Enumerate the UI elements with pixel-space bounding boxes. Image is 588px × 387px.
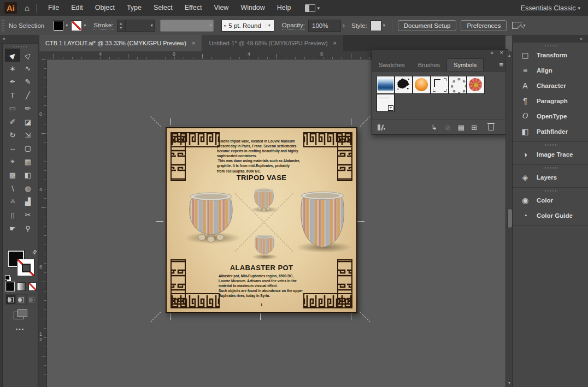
default-fill-stroke-icon[interactable] [5, 275, 11, 282]
opacity-label[interactable]: Opacity: [282, 22, 305, 29]
preferences-button[interactable]: Preferences [461, 20, 507, 31]
pen-tool[interactable]: ✒ [5, 75, 20, 88]
artboard-tool[interactable]: ▯ [5, 209, 20, 222]
blend-tool[interactable]: ◍ [20, 182, 36, 195]
menu-type[interactable]: Type [121, 0, 148, 16]
rotate-tool[interactable]: ↻ [5, 128, 20, 141]
hand-tool[interactable]: ☛ [5, 222, 20, 235]
menu-effect[interactable]: Effect [179, 0, 208, 16]
stroke-indicator[interactable] [17, 259, 34, 276]
app-logo[interactable]: Ai [4, 2, 17, 14]
symbol-corner-registration-marks[interactable] [431, 76, 449, 94]
tab-swatches[interactable]: Swatches [372, 59, 411, 71]
draw-behind-button[interactable] [16, 294, 26, 305]
close-panel-icon[interactable]: × [500, 49, 503, 56]
stroke-weight-select[interactable]: ▾ [125, 20, 155, 32]
delete-symbol-icon[interactable] [488, 124, 494, 130]
perspective-grid-tool[interactable]: ▦ [20, 155, 36, 168]
document-tab-inactive[interactable]: Untitled-1* @ 49.68% (CMYK/GPU Preview) … [202, 35, 343, 51]
stepper-up-icon[interactable]: ▴ [120, 21, 122, 26]
panel-button-paragraph[interactable]: ¶ Paragraph [513, 93, 588, 109]
width-tool[interactable]: ↔ [5, 142, 20, 155]
panel-button-character[interactable]: A Character [513, 78, 588, 93]
fill-chevron-icon[interactable]: ▾ [66, 23, 68, 28]
panel-button-transform[interactable]: ▢ Transform [513, 47, 588, 63]
vertical-ruler[interactable]: 0 4 8 12 [39, 59, 47, 387]
menu-select[interactable]: Select [148, 0, 179, 16]
free-transform-tool[interactable]: ▢ [20, 142, 36, 155]
symbol-ink-splatter[interactable] [395, 76, 413, 94]
panel-button-color-guide[interactable]: ◔ Color Guide [513, 208, 588, 223]
collapse-dock-icon[interactable]: « [580, 36, 583, 41]
eyedropper-tool[interactable]: ∖ [5, 182, 20, 195]
stroke-weight-chevron-icon[interactable]: ▾ [151, 23, 153, 28]
tripod-vase-large-image[interactable] [183, 189, 239, 243]
collapse-panel-icon[interactable]: « [490, 50, 493, 56]
symbol-sprayer-tool[interactable]: ⁂ [5, 195, 20, 208]
slice-tool[interactable]: ✂ [20, 209, 36, 222]
panel-button-image-trace[interactable]: ◑ Image Trace [513, 147, 588, 162]
panel-menu-icon[interactable]: ≡ [499, 61, 503, 69]
stroke-weight-label[interactable]: Stroke: [93, 22, 113, 29]
width-profile-select[interactable]: ● 5 pt. Round ▾ [221, 20, 274, 32]
swap-fill-stroke-icon[interactable]: ⇄ [31, 248, 38, 256]
panel-button-opentype[interactable]: O OpenType [513, 109, 588, 124]
lasso-tool[interactable]: ∿ [20, 62, 36, 75]
arrange-documents-icon[interactable] [305, 4, 315, 12]
puppet-warp-tool[interactable]: ⌖ [5, 155, 20, 168]
collapse-tools-icon[interactable]: « [3, 36, 5, 41]
gradient-button[interactable] [17, 282, 25, 291]
document-tab-active[interactable]: CTB 1 LAYOUT.ai* @ 33.33% (CMYK/GPU Prev… [39, 35, 202, 51]
menu-view[interactable]: View [208, 0, 235, 16]
zoom-tool[interactable]: ⚲ [20, 222, 36, 235]
align-artboard-icon[interactable] [512, 22, 521, 29]
symbol-red-flower[interactable] [467, 76, 485, 94]
color-button[interactable] [6, 282, 14, 291]
menu-window[interactable]: Window [234, 0, 271, 16]
alabaster-pot-large-image[interactable] [294, 189, 351, 252]
stroke-color-swatch[interactable] [71, 20, 82, 31]
fill-color-swatch[interactable] [53, 20, 64, 31]
none-button[interactable] [28, 282, 37, 291]
menu-help[interactable]: Help [271, 0, 297, 16]
menu-edit[interactable]: Edit [65, 0, 89, 16]
panel-button-pathfinder[interactable]: ◧ Pathfinder [513, 124, 588, 139]
stroke-chevron-icon[interactable]: ▾ [84, 23, 86, 28]
panel-button-color[interactable]: ◉ Color [513, 193, 588, 208]
screen-mode-button[interactable] [14, 309, 27, 319]
symbol-blue-gradient-band[interactable] [377, 76, 395, 94]
opacity-input[interactable]: 100% [308, 20, 341, 32]
menu-object[interactable]: Object [89, 0, 121, 16]
workspace-switcher[interactable]: Essentials Classic ▾ [521, 4, 580, 12]
toolbar-drag-handle[interactable] [13, 46, 27, 47]
type-tool[interactable]: T [5, 88, 20, 102]
stepper-down-icon[interactable]: ▾ [120, 26, 122, 30]
brush-definition-select[interactable]: ▾ [160, 20, 214, 32]
symbol-orange-sphere[interactable] [413, 76, 431, 94]
break-link-icon[interactable]: ⊘ [445, 123, 451, 132]
arrange-documents-chevron-icon[interactable]: ▾ [317, 5, 320, 11]
menu-file[interactable]: File [42, 0, 65, 16]
eraser-tool[interactable]: ◪ [20, 115, 36, 128]
curvature-tool[interactable]: ✎ [20, 75, 36, 88]
profile-chevron-icon[interactable]: ▾ [266, 23, 271, 28]
mesh-tool[interactable]: ▩ [5, 169, 20, 182]
edit-toolbar-icon[interactable]: ••• [3, 326, 38, 332]
scale-tool[interactable]: ⇲ [20, 128, 36, 141]
align-chevron-icon[interactable]: ▾ [523, 23, 525, 28]
tab-symbols[interactable]: Symbols [446, 58, 484, 71]
column-graph-tool[interactable]: ▟ [20, 195, 36, 208]
symbol-twist-wreath[interactable] [449, 76, 467, 94]
magic-wand-tool[interactable]: ∗ [5, 62, 20, 75]
symbol-new-dashed[interactable]: + [377, 94, 395, 112]
panel-button-layers[interactable]: ◈ Layers [513, 170, 588, 185]
dock-drag-handle[interactable] [544, 144, 558, 146]
gradient-tool[interactable]: ◧ [20, 169, 36, 182]
document-setup-button[interactable]: Document Setup [398, 20, 457, 31]
artboard-page[interactable]: Calcite tripod vase, located in Louvre M… [166, 127, 357, 313]
ruler-origin-corner[interactable] [39, 51, 47, 59]
style-swatch[interactable] [371, 20, 381, 31]
place-symbol-instance-icon[interactable]: ↳ [431, 123, 437, 132]
style-chevron-icon[interactable]: ▾ [383, 23, 385, 28]
close-icon[interactable]: × [192, 40, 195, 46]
